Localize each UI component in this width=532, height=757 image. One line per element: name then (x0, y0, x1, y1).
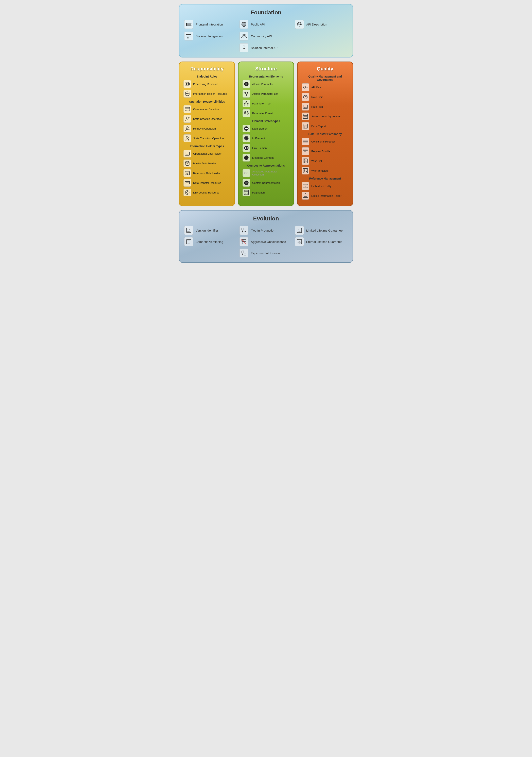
version-id-label: Version Identifier (196, 229, 218, 232)
list-item: Embedded Entity (302, 182, 349, 190)
aggressive-icon (239, 237, 248, 246)
public-api-icon (239, 20, 248, 29)
evolution-col-3: v1.1expires Limited Lifetime Guarantee v… (295, 226, 348, 257)
svg-text:∞ forever: ∞ forever (298, 242, 302, 244)
list-item: Parameter Forest (242, 109, 290, 117)
list-item: Service Level Agreement (302, 112, 349, 120)
community-api-label: Community API (251, 34, 272, 38)
atomic-param-icon (242, 80, 250, 88)
main-three-col: Responsibility Endpoint Roles Processing… (179, 62, 353, 206)
svg-point-27 (188, 83, 189, 84)
api-key-label: API Key (311, 86, 321, 89)
svg-rect-45 (185, 152, 189, 155)
computation-icon: f(x) (183, 105, 191, 113)
svg-point-81 (247, 111, 248, 112)
list-item: Pagination (242, 189, 290, 196)
foundation-col-2: Public API Community API (239, 20, 292, 52)
list-item: Request Bundle (302, 147, 349, 155)
list-item: Wish Template (302, 167, 349, 174)
svg-text:$$$: $$$ (304, 107, 307, 109)
responsibility-section: Responsibility Endpoint Roles Processing… (179, 62, 235, 206)
evolution-title: Evolution (184, 215, 348, 222)
list-item: Operational Data Holder (183, 150, 230, 158)
svg-marker-170 (242, 243, 243, 244)
processing-label: Processing Resource (193, 82, 218, 86)
eternal-lifetime-icon: v1.1∞ forever (295, 237, 304, 246)
processing-icon (183, 80, 191, 88)
list-item: Reference Data Holder (183, 169, 230, 177)
linked-label: Linked Information Holder (311, 194, 342, 197)
foundation-col-1: Frontend Integration Backend Integration (184, 20, 237, 41)
list-item: v1.1expires Limited Lifetime Guarantee (295, 226, 348, 235)
list-item: v1.0stable Version Identifier (184, 226, 237, 235)
responsibility-title: Responsibility (183, 66, 230, 72)
link-lookup-label: Link Lookup Resource (193, 191, 219, 194)
foundation-title: Foundation (184, 9, 348, 16)
svg-point-60 (186, 192, 188, 194)
list-item: Backend Integration (184, 32, 237, 41)
svg-text:i: i (246, 157, 246, 159)
svg-rect-132 (303, 150, 308, 152)
api-key-icon (302, 83, 309, 91)
operational-icon (183, 150, 191, 158)
list-item: Wish List (302, 157, 349, 165)
svg-text:v1.0.1: v1.0.1 (187, 242, 190, 244)
refmgmt-heading: Reference Management (302, 177, 349, 180)
master-icon (183, 160, 191, 167)
public-api-label: Public API (251, 23, 265, 26)
list-item: Rate Limit (302, 93, 349, 101)
svg-point-73 (247, 103, 248, 105)
frontend-icon (184, 20, 193, 29)
backend-label: Backend Integration (196, 34, 222, 38)
experimental-icon (239, 249, 248, 257)
semantic-version-icon: v1.0.0v1.0.1 (184, 237, 193, 246)
wish-template-icon (302, 167, 309, 174)
svg-point-110 (303, 86, 306, 88)
metadata-element-icon: i (242, 154, 250, 162)
svg-point-82 (244, 113, 245, 113)
backend-icon (184, 32, 193, 41)
foundation-col-3: API Description (295, 20, 348, 29)
api-description-label: API Description (306, 23, 327, 26)
limited-lifetime-icon: v1.1expires (295, 226, 304, 235)
evolution-col-2: Two In Production Aggressive Obsolescenc… (239, 226, 292, 257)
sla-label: Service Level Agreement (311, 115, 341, 118)
svg-rect-134 (304, 149, 307, 150)
reference-label: Reference Data Holder (193, 172, 220, 175)
svg-text:expires: expires (298, 231, 301, 232)
list-item: Retrieval Operation (183, 125, 230, 132)
list-item: API Key (302, 83, 349, 91)
list-item: i Metadata Element (242, 154, 290, 162)
svg-marker-42 (189, 129, 190, 130)
operational-label: Operational Data Holder (193, 152, 221, 155)
svg-point-19 (244, 34, 246, 36)
solution-api-label: Solution Internal API (251, 46, 278, 49)
wish-template-label: Wish Template (311, 169, 328, 172)
data-element-icon (242, 125, 250, 132)
svg-line-77 (246, 102, 248, 103)
link-element-icon (242, 144, 250, 152)
param-forest-icon (242, 109, 250, 117)
list-item: Atomic Parameter (242, 80, 290, 88)
list-item: Information Holder Resource (183, 90, 230, 98)
svg-marker-5 (191, 25, 192, 26)
svg-text:f(x): f(x) (185, 110, 187, 111)
svg-point-65 (246, 84, 247, 84)
svg-rect-105 (244, 190, 248, 195)
rate-limit-icon (302, 93, 309, 101)
svg-point-83 (245, 113, 246, 113)
svg-line-89 (248, 112, 248, 113)
svg-marker-176 (242, 254, 243, 255)
master-label: Master Data Holder (193, 162, 216, 165)
info-holder-icon (183, 90, 191, 98)
experimental-label: Experimental Preview (251, 251, 280, 255)
list-item: Conditional Request (302, 137, 349, 145)
retrieval-label: Retrieval Operation (193, 127, 216, 130)
list-item: ID Id Element (242, 135, 290, 142)
list-item: Processing Resource (183, 80, 230, 88)
context-label: Context Representation (252, 181, 280, 184)
param-forest-label: Parameter Forest (252, 112, 273, 115)
list-item: Parameter Tree (242, 100, 290, 107)
svg-rect-161 (244, 228, 246, 230)
foundation-section: Foundation Frontend Integration (179, 4, 353, 57)
